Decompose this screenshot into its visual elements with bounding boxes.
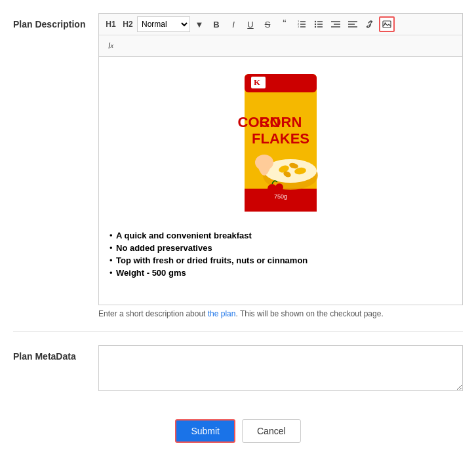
svg-point-35 [268,184,277,193]
plan-metadata-label: Plan MetaData [13,345,98,364]
plan-metadata-row: Plan MetaData [13,345,463,406]
editor-content[interactable]: K CORN CORN FLAKES [98,56,463,305]
heading2-button[interactable]: H2 [120,16,136,32]
blockquote-button[interactable]: “ [277,16,292,32]
help-text-highlight: the plan [208,309,236,318]
heading1-button[interactable]: H1 [103,16,119,32]
bullet-item-3: Top with fresh or dried fruits, nuts or … [109,255,452,265]
svg-point-10 [315,24,316,25]
svg-point-36 [275,183,283,191]
svg-point-9 [315,21,316,22]
plan-description-editor: H1 H2 Normal Heading 1 Heading 2 Heading… [98,13,463,318]
svg-text:750g: 750g [274,193,287,200]
editor-toolbar-row2: Ix [98,35,463,56]
image-button[interactable] [379,16,395,32]
svg-rect-18 [383,21,391,28]
submit-button[interactable]: Submit [175,419,235,443]
svg-text:FLAKES: FLAKES [252,130,309,147]
svg-text:3: 3 [298,25,300,28]
cornflakes-image: K CORN CORN FLAKES [231,67,330,218]
svg-rect-23 [245,203,317,212]
bullet-item-2: No added preservatives [109,243,452,253]
italic-button[interactable]: I [226,16,241,32]
ordered-list-button[interactable]: 123 [294,16,309,32]
form-buttons: Submit Cancel [13,419,463,443]
underline-button[interactable]: U [243,16,258,32]
plan-metadata-control [98,345,463,393]
svg-point-11 [315,26,316,28]
description-help-text: Enter a short description about the plan… [98,309,463,318]
strikethrough-button[interactable]: S [260,16,275,32]
description-bullets: A quick and convenient breakfast No adde… [109,231,452,278]
format-select[interactable]: Normal Heading 1 Heading 2 Heading 3 [137,16,190,32]
product-image-container: K CORN CORN FLAKES [109,67,452,220]
plan-description-row: Plan Description H1 H2 Normal Heading 1 … [13,13,463,332]
clear-format-button[interactable]: Ix [103,38,119,54]
link-button[interactable] [362,16,378,32]
plan-description-label: Plan Description [13,13,98,31]
cancel-button[interactable]: Cancel [242,419,301,443]
dropdown-arrow-icon[interactable]: ▼ [191,16,207,32]
bullet-item-1: A quick and convenient breakfast [109,231,452,240]
align-right-button[interactable] [328,16,344,32]
align-left-button[interactable] [345,16,361,32]
svg-text:CORN: CORN [260,114,302,130]
bold-button[interactable]: B [208,16,224,32]
unordered-list-button[interactable] [311,16,327,32]
svg-text:K: K [254,77,261,87]
editor-toolbar: H1 H2 Normal Heading 1 Heading 2 Heading… [98,13,463,35]
bullet-item-4: Weight - 500 gms [109,268,452,278]
plan-metadata-input[interactable] [98,345,463,391]
